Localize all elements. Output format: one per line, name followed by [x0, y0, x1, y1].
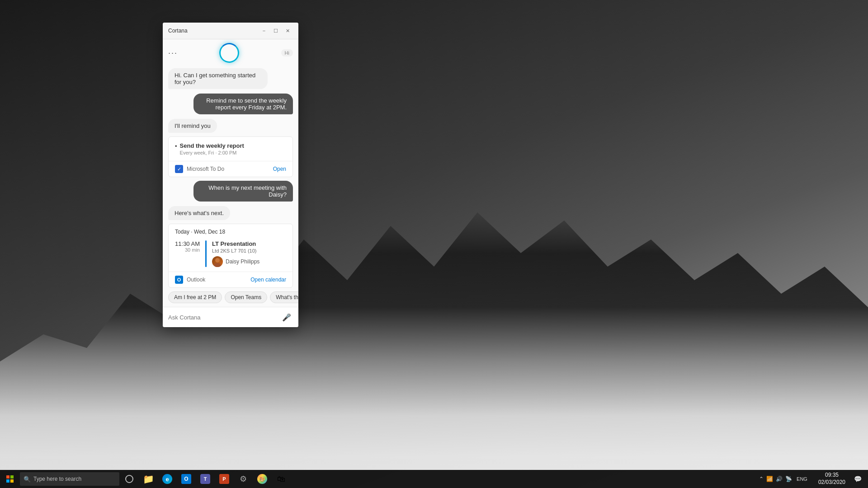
taskbar-clock[interactable]: 09:35 02/03/2020 [815, 472, 849, 486]
outlook-letter: O [177, 277, 181, 282]
svg-rect-4 [6, 479, 9, 483]
notification-center-button[interactable]: 💬 [851, 470, 864, 488]
minimize-button[interactable]: − [259, 26, 269, 35]
calendar-card: Today · Wed, Dec 18 11:30 AM 30 min LT P… [168, 224, 293, 288]
open-calendar-link[interactable]: Open calendar [250, 277, 286, 283]
desktop: Cortana − ☐ ✕ ··· Hi Hi. Can I get so [0, 0, 868, 488]
taskbar: 🔍 Type here to search 📁 e O [0, 470, 868, 488]
cortana-menu-button[interactable]: ··· [168, 48, 178, 58]
cortana-titlebar: Cortana − ☐ ✕ [163, 23, 298, 39]
event-title: LT Presentation [212, 240, 286, 247]
cortana-body: ··· Hi Hi. Can I get something started f… [163, 39, 298, 307]
event-details: LT Presentation Ltd 2KS L7 701 (10) Dais… [212, 240, 286, 267]
taskbar-apps: 📁 e O T P [139, 470, 290, 488]
event-time: 11:30 AM [175, 240, 200, 247]
microphone-button[interactable]: 🎤 [280, 311, 293, 324]
taskbar-app-outlook[interactable]: O [177, 470, 195, 488]
taskbar-app-file-explorer[interactable]: 📁 [139, 470, 157, 488]
clock-time: 09:35 [825, 472, 839, 479]
cortana-logo-circle [219, 43, 239, 63]
chat-area: Hi. Can I get something started for you?… [163, 65, 298, 136]
cortana-logo-area [178, 43, 281, 63]
cortana-search-bar: 🎤 [163, 307, 298, 327]
chevron-up-icon[interactable]: ⌃ [759, 476, 764, 482]
attendee-avatar [212, 256, 223, 267]
taskbar-app-teams[interactable]: T [196, 470, 214, 488]
taskbar-cortana-button[interactable] [121, 471, 137, 487]
desktop-background [0, 199, 868, 470]
svg-rect-5 [10, 479, 14, 483]
taskbar-app-paint3d[interactable]: 🎨 [253, 470, 271, 488]
taskbar-sys-icons: ⌃ 📶 🔊 📡 ENG [755, 476, 813, 482]
cortana-hi-badge: Hi [281, 49, 293, 56]
event-time-col: 11:30 AM 30 min [175, 240, 200, 267]
volume-icon[interactable]: 🔊 [776, 476, 783, 482]
reminder-footer: ✓ Microsoft To Do Open [169, 161, 292, 177]
svg-rect-2 [6, 475, 9, 479]
cortana-reply-1-bubble: I'll remind you [168, 119, 217, 133]
outlook-icon: O [175, 276, 183, 284]
cortana-search-input[interactable] [168, 314, 277, 321]
taskbar-app-edge[interactable]: e [158, 470, 176, 488]
event-bar [205, 240, 207, 267]
svg-rect-3 [10, 475, 14, 479]
taskbar-search-icon: 🔍 [24, 476, 31, 483]
calendar-source-label: Outlook [187, 277, 247, 283]
chat-area-2: When is my next meeting with Daisy? Here… [163, 177, 298, 224]
reminder-text-block: Send the weekly report Every week, Fri ·… [180, 142, 244, 155]
ms-todo-icon: ✓ [175, 165, 183, 173]
event-location: Ltd 2KS L7 701 (10) [212, 248, 286, 253]
calendar-event: 11:30 AM 30 min LT Presentation Ltd 2KS … [169, 238, 292, 272]
cortana-reply-2-bubble: Here's what's next. [168, 206, 230, 220]
cortana-greeting-msg: Hi. Can I get something started for you? [168, 68, 268, 89]
calendar-date-header: Today · Wed, Dec 18 [169, 224, 292, 238]
ms-todo-check-mark: ✓ [177, 166, 181, 172]
svg-point-1 [214, 263, 221, 267]
suggestion-chip-2[interactable]: Open Teams [225, 291, 267, 303]
attendee-name: Daisy Philipps [226, 258, 259, 265]
clock-date: 02/03/2020 [818, 479, 845, 486]
cortana-reply-2-msg: Here's what's next. [168, 206, 230, 220]
reminder-open-link[interactable]: Open [273, 166, 286, 172]
cortana-reply-1-msg: I'll remind you [168, 119, 217, 133]
calendar-footer: O Outlook Open calendar [169, 272, 292, 287]
svg-point-0 [215, 258, 220, 263]
taskbar-right: ⌃ 📶 🔊 📡 ENG 09:35 02/03/2020 💬 [755, 470, 866, 488]
wifi-icon[interactable]: 📡 [785, 476, 792, 482]
start-button[interactable] [2, 471, 18, 487]
taskbar-app-store[interactable]: 🛍 [272, 470, 290, 488]
bullet-dot: • [175, 143, 177, 150]
taskbar-app-powerpoint[interactable]: P [215, 470, 233, 488]
suggestion-chip-3[interactable]: What's the weath... [270, 291, 298, 303]
suggestion-chip-1[interactable]: Am I free at 2 PM [168, 291, 222, 303]
event-duration: 30 min [185, 247, 200, 253]
reminder-card-body: • Send the weekly report Every week, Fri… [169, 137, 292, 161]
user-msg-1: Remind me to send the weekly report ever… [193, 94, 293, 114]
language-indicator[interactable]: ENG [795, 476, 809, 482]
user-bubble-1: Remind me to send the weekly report ever… [193, 94, 293, 114]
reminder-task-text: Send the weekly report [180, 142, 244, 149]
reminder-bullet: • Send the weekly report Every week, Fri… [175, 142, 286, 155]
suggestions-bar: Am I free at 2 PM Open Teams What's the … [163, 288, 298, 307]
titlebar-controls: − ☐ ✕ [259, 26, 293, 35]
user-msg-2: When is my next meeting with Daisy? [193, 181, 293, 202]
cortana-header: ··· Hi [163, 39, 298, 65]
taskbar-search-text: Type here to search [33, 476, 81, 482]
taskbar-app-settings[interactable]: ⚙ [234, 470, 252, 488]
reminder-source-label: Microsoft To Do [187, 166, 269, 172]
cortana-greeting-bubble: Hi. Can I get something started for you? [168, 68, 268, 89]
reminder-card: • Send the weekly report Every week, Fri… [168, 136, 293, 177]
reminder-schedule-text: Every week, Fri · 2:00 PM [180, 150, 244, 155]
cortana-taskbar-ring [125, 475, 133, 483]
maximize-button[interactable]: ☐ [270, 26, 281, 35]
taskbar-search[interactable]: 🔍 Type here to search [20, 472, 119, 486]
network-icon[interactable]: 📶 [766, 476, 773, 482]
cortana-window: Cortana − ☐ ✕ ··· Hi Hi. Can I get so [163, 23, 298, 327]
cortana-window-title: Cortana [168, 28, 259, 34]
user-bubble-2: When is my next meeting with Daisy? [193, 181, 293, 202]
event-attendee: Daisy Philipps [212, 256, 286, 267]
close-button[interactable]: ✕ [282, 26, 293, 35]
